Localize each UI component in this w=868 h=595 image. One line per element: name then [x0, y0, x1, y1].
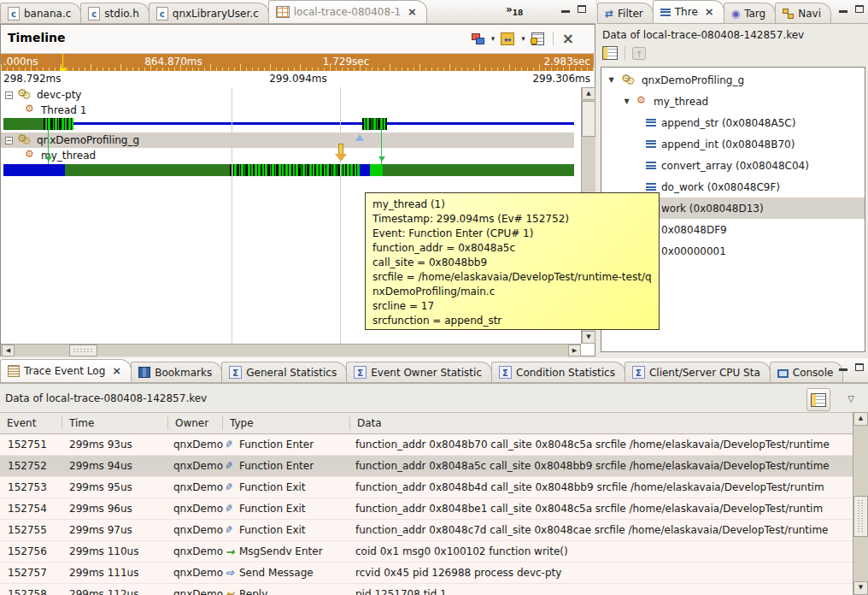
layout-icon[interactable]	[472, 32, 484, 44]
thread-row[interactable]: Thread 1	[25, 103, 86, 118]
ruler-tick-label: 299.094ms	[269, 73, 327, 85]
tree-item[interactable]: append_int (0x08048B70)	[601, 133, 865, 155]
event-type-icon	[223, 503, 237, 515]
table-row[interactable]: 152752 299ms 94us qnxDemoProfiling_g Fun…	[0, 456, 853, 477]
maximize-icon[interactable]	[855, 363, 864, 371]
table-row[interactable]: 152755 299ms 97us qnxDemoProfiling_g Fun…	[0, 520, 853, 541]
table-row[interactable]: 152753 299ms 95us qnxDemoProfiling_g Fun…	[0, 477, 853, 498]
table-row[interactable]: 152751 299ms 93us qnxDemoProfiling_g Fun…	[0, 434, 853, 456]
timeline-horizontal-scrollbar[interactable]: ◀ ▶	[1, 344, 581, 356]
export-icon[interactable]	[632, 47, 646, 60]
tab-overflow-chevron[interactable]: »18	[506, 3, 523, 17]
scrollbar-thumb[interactable]	[69, 345, 97, 356]
cell-type: Function Exit	[223, 524, 350, 536]
thread-row[interactable]: my_thread	[25, 148, 96, 163]
table-row[interactable]: 152756 299ms 110us qnxDemoProfiling_g Ms…	[0, 541, 853, 563]
tree-item[interactable]: ▼ my_thread	[601, 91, 865, 112]
timeline-cursor[interactable]	[62, 54, 63, 71]
table-vertical-scrollbar[interactable]: ▲ ▼	[853, 412, 868, 595]
table-row[interactable]: 152758 299ms 112us qnxDemoProfiling_g Re…	[0, 584, 853, 595]
arrow-down-icon: ▼	[854, 582, 867, 593]
table-row[interactable]: 152757 299ms 111us qnxDemoProfiling_g Se…	[0, 563, 853, 584]
view-tab[interactable]: Thre ×	[653, 0, 724, 23]
editor-tab[interactable]: qnxLibraryUser.c	[149, 3, 269, 23]
lock-table-icon[interactable]	[531, 32, 544, 45]
timeline-overview-ruler[interactable]: .000ns 864.870ms 1.729sec 2.983sec	[1, 54, 594, 71]
scroll-up-button[interactable]: ▲	[853, 412, 868, 426]
scrollbar-thumb[interactable]	[853, 496, 868, 537]
minimize-icon[interactable]	[839, 10, 847, 13]
right-tabbar: Filter Thre × Targ Navi	[597, 0, 868, 24]
tree-item-label: append_int (0x08048B70)	[661, 138, 795, 150]
view-tab-label: Client/Server CPU Sta	[649, 367, 760, 379]
timeline-header: Timeline ▾ ▾ ×	[1, 25, 595, 54]
cell-event: 152754	[0, 503, 62, 515]
table-view-icon[interactable]	[602, 46, 618, 60]
editor-tab[interactable]: stdio.h	[80, 3, 149, 23]
view-tab[interactable]: Console	[770, 362, 844, 382]
expander-icon[interactable]: ▼	[607, 76, 616, 84]
view-tab[interactable]: Filter	[597, 3, 654, 23]
arrow-up-icon: ▲	[583, 88, 595, 99]
maximize-icon[interactable]	[578, 5, 586, 13]
column-header-owner[interactable]: Owner	[168, 416, 223, 430]
view-tab[interactable]: Event Owner Statistic	[346, 362, 492, 382]
arrow-down-icon: ▼	[583, 332, 595, 343]
collapse-icon[interactable]: −	[5, 91, 13, 99]
close-icon[interactable]: ×	[562, 32, 574, 44]
view-tab-icon	[783, 9, 794, 19]
cell-data: function_addr 0x8048c7d call_site 0x8048…	[350, 524, 853, 536]
view-tab-label: Filter	[618, 8, 643, 20]
view-tab[interactable]: Client/Server CPU Sta	[625, 362, 771, 382]
collapse-icon[interactable]: −	[5, 137, 13, 144]
trace-bar-0[interactable]	[1, 118, 574, 130]
scroll-down-button[interactable]: ▼	[582, 331, 595, 344]
tree-item[interactable]: append_str (0x08048A5C)	[601, 112, 865, 133]
view-tab[interactable]: Targ	[724, 3, 777, 23]
right-window-buttons	[839, 5, 864, 13]
column-header-event[interactable]: Event	[0, 416, 62, 430]
scrollbar-thumb[interactable]	[582, 101, 595, 137]
blue-up-marker-icon	[355, 130, 364, 141]
overflow-count: 18	[513, 9, 524, 17]
table-body: 152751 299ms 93us qnxDemoProfiling_g Fun…	[0, 434, 853, 595]
column-header-type[interactable]: Type	[223, 416, 350, 430]
process-row[interactable]: − qnxDemoProfiling_g	[5, 133, 139, 148]
scroll-up-button[interactable]: ▲	[582, 87, 595, 100]
view-tab[interactable]: Bookmarks	[131, 362, 222, 382]
column-header-time[interactable]: Time	[62, 416, 168, 430]
tree-item[interactable]: convert_array (0x08048C04)	[601, 155, 865, 176]
process-row[interactable]: − devc-pty	[5, 87, 81, 103]
scroll-down-button[interactable]: ▼	[853, 581, 868, 595]
column-header-data[interactable]: Data	[350, 416, 853, 430]
editor-tab[interactable]: banana.c	[0, 3, 81, 23]
tooltip-line: srcline = 17	[372, 299, 652, 314]
view-tab[interactable]: General Statistics	[221, 362, 347, 382]
table-view-toggle-button[interactable]	[806, 388, 830, 411]
editor-tab[interactable]: local-trace-080408-1 ×	[268, 0, 427, 23]
trace-bar-1[interactable]	[1, 164, 574, 176]
scroll-right-button[interactable]: ▶	[568, 345, 581, 356]
expander-icon[interactable]: ▼	[622, 97, 631, 105]
view-menu-dropdown-icon[interactable]: ▽	[847, 394, 854, 404]
scroll-left-button[interactable]: ◀	[2, 345, 15, 356]
chevron-down-icon[interactable]: ▾	[491, 34, 496, 43]
close-icon[interactable]: ×	[705, 8, 714, 16]
maximize-icon[interactable]	[855, 5, 864, 13]
tree-item[interactable]: ▼ qnxDemoProfiling_g	[601, 69, 865, 91]
timeline-zoom-ruler[interactable]: 298.792ms 299.094ms 299.306ms	[1, 71, 594, 88]
right-panel-toolbar	[602, 46, 646, 60]
minimize-icon[interactable]	[561, 10, 570, 13]
table-row[interactable]: 152754 299ms 96us qnxDemoProfiling_g Fun…	[0, 498, 853, 520]
close-icon[interactable]: ×	[408, 8, 417, 16]
view-tab[interactable]: Trace Event Log ×	[0, 359, 132, 382]
view-tab[interactable]: Navi	[775, 3, 831, 23]
cell-event: 152751	[0, 439, 62, 451]
chevron-icon: »	[506, 3, 513, 15]
chevron-down-icon[interactable]: ▾	[521, 34, 525, 43]
pan-icon[interactable]	[501, 32, 514, 45]
view-tab[interactable]: Condition Statistics	[491, 362, 625, 382]
close-icon[interactable]: ×	[112, 367, 121, 375]
ruler-tick-label: 1.729sec	[323, 56, 370, 68]
minimize-icon[interactable]	[839, 368, 847, 371]
